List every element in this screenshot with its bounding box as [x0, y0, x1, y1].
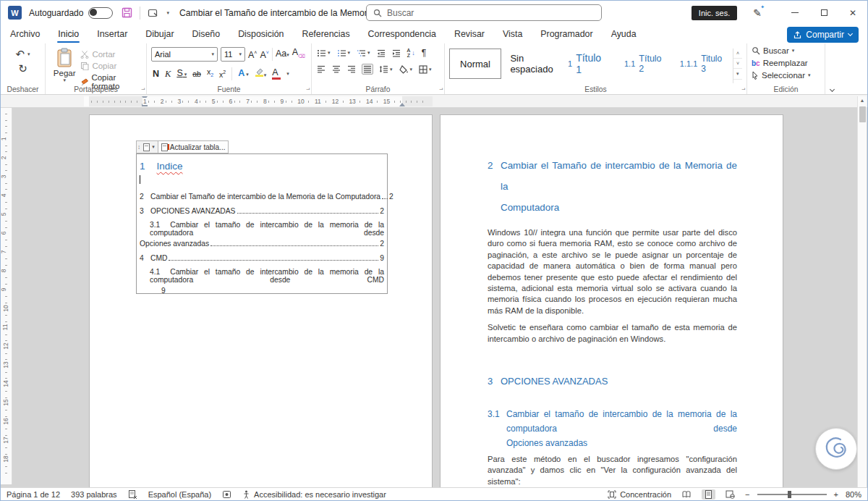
maximize-button[interactable]	[809, 1, 838, 25]
styles-more-icon[interactable]: ▾	[733, 69, 742, 80]
toc-entry[interactable]: 3.1 Cambiar el tamaño de intercambio de …	[140, 221, 384, 237]
zoom-out-button[interactable]: −	[745, 490, 749, 499]
word-count[interactable]: 393 palabras	[71, 490, 117, 499]
right-indent-marker[interactable]	[399, 103, 405, 106]
h-ruler[interactable]: 123456789101112131415	[84, 96, 431, 106]
macro-icon[interactable]	[222, 490, 231, 499]
tab-disposicion[interactable]: Disposición	[237, 26, 284, 42]
shrink-font-button[interactable]: A˅	[260, 48, 268, 60]
copy-button[interactable]: Copiar	[80, 62, 142, 70]
justify-button[interactable]	[362, 64, 373, 75]
collapse-ribbon-icon[interactable]	[830, 87, 835, 92]
zoom-level[interactable]: 80%	[846, 490, 861, 499]
page-2[interactable]: 2 Cambiar el Tamaño de intercambio de la…	[440, 114, 783, 489]
style-normal[interactable]: Normal	[449, 49, 501, 79]
sort-button[interactable]: AZ↓	[407, 47, 416, 59]
underline-button[interactable]: S ▾	[176, 68, 187, 80]
ink-scribble-button[interactable]: ▾	[815, 428, 857, 470]
web-layout-button[interactable]	[723, 489, 738, 500]
tab-referencias[interactable]: Referencias	[301, 26, 350, 42]
bullets-button[interactable]: ▾	[316, 49, 331, 58]
grow-font-button[interactable]: A˄	[248, 48, 257, 60]
save-icon[interactable]	[122, 7, 132, 18]
highlight-button[interactable]: ▾	[255, 67, 267, 80]
font-size-select[interactable]: 11▾	[221, 47, 245, 62]
tab-ayuda[interactable]: Ayuda	[610, 26, 637, 42]
styles-scroll-down-icon[interactable]: ˅	[733, 59, 742, 69]
decrease-indent-button[interactable]	[376, 49, 386, 58]
tab-correspondencia[interactable]: Correspondencia	[367, 26, 437, 42]
align-center-button[interactable]	[331, 64, 341, 74]
sign-in-button[interactable]: Inic. ses.	[692, 6, 737, 20]
text-effects-button[interactable]: A ▾	[238, 68, 249, 80]
strikethrough-button[interactable]: ab	[192, 69, 201, 79]
line-spacing-button[interactable]: ▾	[378, 64, 393, 74]
tab-diseno[interactable]: Diseño	[192, 26, 221, 42]
select-button[interactable]: Seleccionar▾	[752, 71, 820, 80]
close-button[interactable]: ✕	[838, 1, 867, 25]
borders-button[interactable]: ▾	[418, 64, 433, 75]
draw-pen-icon[interactable]: ✎✦	[753, 7, 762, 19]
tab-vista[interactable]: Vista	[502, 26, 523, 42]
word-logo-icon[interactable]: W	[8, 6, 22, 20]
language-indicator[interactable]: Español (España)	[148, 490, 211, 499]
bold-button[interactable]: N	[153, 69, 159, 79]
toc-entry[interactable]: 4 CMD 9	[140, 254, 384, 262]
toc-entry[interactable]: 2 Cambiar el Tamaño de intercambio de la…	[140, 193, 384, 201]
page-1[interactable]: ⁞ ▾ Actualizar tabla... 1 Indice 2 Cambi…	[89, 114, 433, 489]
increase-indent-button[interactable]	[391, 49, 401, 58]
zoom-slider[interactable]	[757, 494, 827, 495]
toc-entry-continuation[interactable]: Opciones avanzadas 2	[140, 240, 384, 248]
cut-button[interactable]: Cortar	[80, 50, 142, 59]
read-mode-button[interactable]	[678, 489, 694, 500]
style-titulo-1[interactable]: 1Título 1	[562, 49, 614, 79]
update-table-button[interactable]: Actualizar tabla...	[158, 141, 229, 153]
touch-mouse-mode-icon[interactable]	[148, 8, 159, 18]
clear-formatting-button[interactable]: A⌫	[292, 47, 305, 62]
undo-button[interactable]: ↶▾	[15, 49, 30, 59]
show-marks-button[interactable]: ¶	[421, 47, 427, 59]
toc-field[interactable]: 1 Indice 2 Cambiar el Tamaño de intercam…	[136, 153, 388, 294]
focus-mode-button[interactable]: Concentración	[608, 490, 671, 499]
multilevel-list-button[interactable]: ▾	[356, 49, 371, 58]
proofing-icon[interactable]	[128, 490, 137, 499]
align-left-button[interactable]	[316, 64, 326, 74]
toc-entry-continuation[interactable]: 9	[140, 287, 384, 295]
autosave-toggle[interactable]	[88, 7, 113, 19]
scroll-thumb[interactable]	[859, 106, 866, 122]
style-titulo-3[interactable]: 1.1.1Titulo 3	[675, 49, 727, 79]
change-case-button[interactable]: Aa▾	[276, 49, 289, 60]
tab-revisar[interactable]: Revisar	[454, 26, 485, 42]
page-indicator[interactable]: Página 1 de 12	[7, 490, 60, 499]
align-right-button[interactable]	[346, 64, 357, 74]
styles-scroll-up-icon[interactable]: ˄	[733, 49, 742, 59]
numbering-button[interactable]: ▾	[336, 49, 352, 58]
tab-archivo[interactable]: Archivo	[9, 26, 41, 42]
replace-button[interactable]: bc Reemplazar	[752, 59, 820, 67]
shading-button[interactable]: ▾	[399, 64, 414, 75]
toc-menu-button[interactable]: ▾	[140, 141, 158, 153]
toc-entry[interactable]: 3 OPCIONES AVANZADAS 2	[140, 207, 384, 215]
accessibility-status[interactable]: Accesibilidad: es necesario investigar	[242, 490, 386, 499]
scroll-up-icon[interactable]: ▲	[858, 98, 867, 103]
share-button[interactable]: Compartir	[787, 27, 859, 43]
search-input[interactable]: Buscar	[366, 4, 602, 21]
redo-button[interactable]: ↻	[18, 64, 27, 74]
minimize-button[interactable]	[780, 1, 809, 25]
italic-button[interactable]: K	[165, 69, 171, 79]
zoom-in-button[interactable]: +	[834, 490, 838, 499]
v-ruler[interactable]: 123456789101112131415161718	[1, 108, 12, 484]
subscript-button[interactable]: x2	[207, 67, 213, 80]
vertical-scrollbar[interactable]: ▲	[857, 96, 867, 487]
toc-entry[interactable]: 4.1 Cambiar el tamaño de intercambio de …	[140, 268, 384, 284]
print-layout-button[interactable]	[702, 489, 715, 500]
paste-button[interactable]: Pegar ▾	[50, 48, 79, 83]
tab-dibujar[interactable]: Dibujar	[145, 26, 174, 42]
zoom-thumb[interactable]	[788, 491, 791, 498]
superscript-button[interactable]: x2	[219, 67, 226, 80]
style-sin-espaciado[interactable]: Sin espaciado	[506, 49, 558, 79]
tab-insertar[interactable]: Insertar	[96, 26, 128, 42]
style-titulo-2[interactable]: 1.1Título 2	[618, 49, 671, 79]
qat-customize-icon[interactable]: ▾	[166, 10, 169, 16]
tab-programador[interactable]: Programador	[540, 26, 593, 42]
